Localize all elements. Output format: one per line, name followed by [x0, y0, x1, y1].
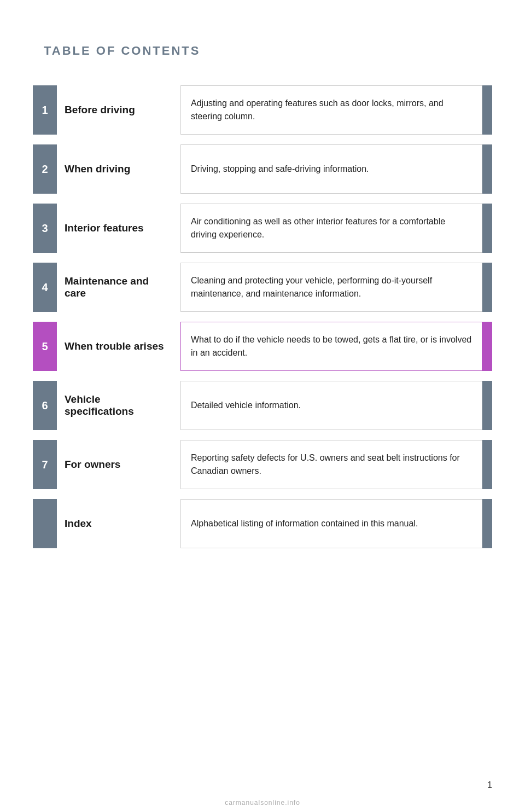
- entry-desc-for-owners: Reporting safety defects for U.S. owners…: [180, 440, 482, 489]
- entry-desc-wrap-before-driving: Adjusting and operating features such as…: [180, 85, 492, 135]
- toc-entry-vehicle-specifications: 6 Vehicle specifications Detailed vehicl…: [33, 381, 492, 430]
- entry-desc-interior-features: Air conditioning as well as other interi…: [180, 204, 482, 253]
- entry-number-when-trouble-arises: 5: [33, 322, 57, 371]
- entry-desc-wrap-index: Alphabetical listing of information cont…: [180, 499, 492, 548]
- toc-entry-when-driving: 2 When driving Driving, stopping and saf…: [33, 144, 492, 194]
- toc-entry-interior-features: 3 Interior features Air conditioning as …: [33, 204, 492, 253]
- entry-title-maintenance-and-care: Maintenance and care: [57, 263, 180, 312]
- entry-desc-maintenance-and-care: Cleaning and protecting your vehicle, pe…: [180, 263, 482, 312]
- watermark: carmanualsonline.info: [0, 799, 525, 807]
- entry-left-when-driving: 2 When driving: [33, 144, 180, 194]
- entry-number-vehicle-specifications: 6: [33, 381, 57, 430]
- entry-desc-when-trouble-arises: What to do if the vehicle needs to be to…: [180, 322, 482, 371]
- entry-right-bar-for-owners: [482, 440, 492, 489]
- entry-title-interior-features: Interior features: [57, 204, 180, 253]
- entry-left-when-trouble-arises: 5 When trouble arises: [33, 322, 180, 371]
- toc-entry-index: Index Alphabetical listing of informatio…: [33, 499, 492, 548]
- toc-entry-before-driving: 1 Before driving Adjusting and operating…: [33, 85, 492, 135]
- toc-entries: 1 Before driving Adjusting and operating…: [33, 85, 492, 548]
- entry-title-before-driving: Before driving: [57, 85, 180, 135]
- page: TABLE OF CONTENTS 1 Before driving Adjus…: [0, 0, 525, 812]
- entry-left-vehicle-specifications: 6 Vehicle specifications: [33, 381, 180, 430]
- entry-number-when-driving: 2: [33, 144, 57, 194]
- entry-desc-wrap-interior-features: Air conditioning as well as other interi…: [180, 204, 492, 253]
- entry-desc-before-driving: Adjusting and operating features such as…: [180, 85, 482, 135]
- toc-entry-maintenance-and-care: 4 Maintenance and care Cleaning and prot…: [33, 263, 492, 312]
- entry-right-bar-vehicle-specifications: [482, 381, 492, 430]
- entry-title-when-trouble-arises: When trouble arises: [57, 322, 180, 371]
- entry-number-interior-features: 3: [33, 204, 57, 253]
- entry-title-when-driving: When driving: [57, 144, 180, 194]
- entry-number-index: [33, 499, 57, 548]
- entry-desc-vehicle-specifications: Detailed vehicle information.: [180, 381, 482, 430]
- entry-title-vehicle-specifications: Vehicle specifications: [57, 381, 180, 430]
- entry-right-bar-when-trouble-arises: [482, 322, 492, 371]
- entry-number-for-owners: 7: [33, 440, 57, 489]
- entry-right-bar-before-driving: [482, 85, 492, 135]
- entry-desc-wrap-when-driving: Driving, stopping and safe-driving infor…: [180, 144, 492, 194]
- entry-number-maintenance-and-care: 4: [33, 263, 57, 312]
- entry-desc-wrap-vehicle-specifications: Detailed vehicle information.: [180, 381, 492, 430]
- entry-desc-when-driving: Driving, stopping and safe-driving infor…: [180, 144, 482, 194]
- entry-right-bar-maintenance-and-care: [482, 263, 492, 312]
- entry-number-before-driving: 1: [33, 85, 57, 135]
- entry-desc-wrap-when-trouble-arises: What to do if the vehicle needs to be to…: [180, 322, 492, 371]
- entry-left-for-owners: 7 For owners: [33, 440, 180, 489]
- entry-desc-wrap-maintenance-and-care: Cleaning and protecting your vehicle, pe…: [180, 263, 492, 312]
- toc-entry-for-owners: 7 For owners Reporting safety defects fo…: [33, 440, 492, 489]
- entry-title-index: Index: [57, 499, 180, 548]
- entry-left-interior-features: 3 Interior features: [33, 204, 180, 253]
- entry-title-for-owners: For owners: [57, 440, 180, 489]
- entry-desc-wrap-for-owners: Reporting safety defects for U.S. owners…: [180, 440, 492, 489]
- toc-entry-when-trouble-arises: 5 When trouble arises What to do if the …: [33, 322, 492, 371]
- page-number: 1: [487, 780, 492, 790]
- entry-left-before-driving: 1 Before driving: [33, 85, 180, 135]
- page-title: TABLE OF CONTENTS: [44, 44, 492, 58]
- entry-left-index: Index: [33, 499, 180, 548]
- entry-left-maintenance-and-care: 4 Maintenance and care: [33, 263, 180, 312]
- entry-desc-index: Alphabetical listing of information cont…: [180, 499, 482, 548]
- entry-right-bar-when-driving: [482, 144, 492, 194]
- entry-right-bar-interior-features: [482, 204, 492, 253]
- entry-right-bar-index: [482, 499, 492, 548]
